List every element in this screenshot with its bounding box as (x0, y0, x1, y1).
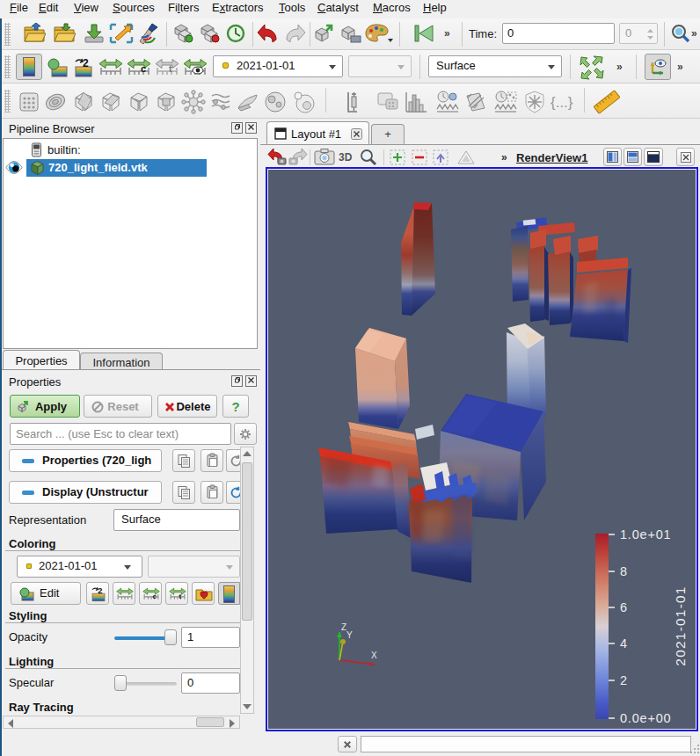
svg-text:8: 8 (620, 564, 628, 578)
svg-text:2: 2 (83, 57, 89, 69)
svg-text:t: t (179, 592, 181, 600)
svg-text:0.0e+00: 0.0e+00 (620, 711, 671, 725)
svg-text:2: 2 (620, 673, 628, 687)
svg-text:6: 6 (620, 600, 628, 614)
svg-text:c: c (152, 592, 157, 600)
svg-text:2: 2 (98, 586, 102, 595)
svg-text:4: 4 (620, 636, 628, 651)
svg-text:X: X (371, 651, 377, 660)
svg-text:{...}: {...} (551, 94, 573, 111)
svg-text:2021-01-01: 2021-01-01 (673, 585, 688, 665)
svg-text:t: t (169, 63, 172, 74)
svg-text:1.0e+01: 1.0e+01 (620, 527, 671, 542)
svg-text:Y: Y (346, 630, 353, 640)
svg-text:c: c (141, 63, 146, 74)
